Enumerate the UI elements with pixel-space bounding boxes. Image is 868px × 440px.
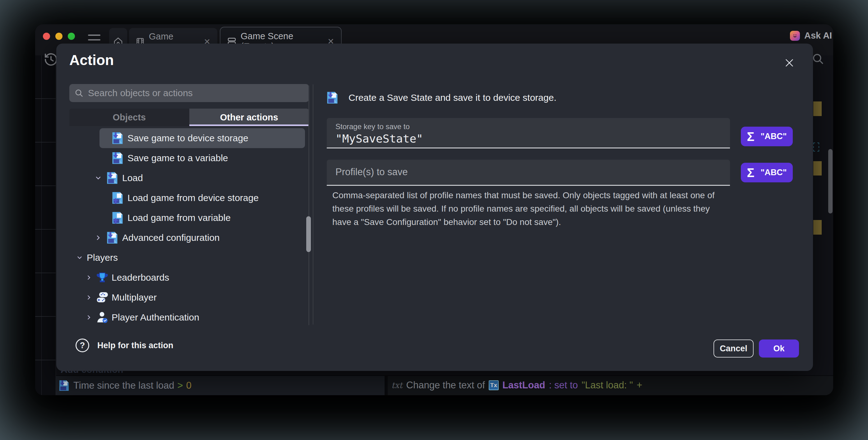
events-sheet-margin-line — [41, 55, 42, 395]
action-description-text: Create a Save State and save it to devic… — [348, 92, 557, 103]
save-icon — [111, 151, 124, 165]
dialog-title: Action — [69, 52, 114, 68]
actions-tree-list: Save game to device storage Save game to… — [56, 128, 311, 333]
expression-editor-button-storage-key[interactable]: Σ "ABC" — [741, 127, 793, 146]
condition-text: Time since the last load — [73, 380, 175, 391]
list-item-leaderboards[interactable]: Leaderboards — [82, 268, 305, 288]
abc-label: "ABC" — [761, 131, 786, 141]
list-item-label: Player Authentication — [112, 312, 199, 323]
person-icon — [96, 311, 108, 324]
load-icon — [111, 211, 124, 225]
action-prefix: Change the text of — [406, 380, 485, 391]
action-description-header: Create a Save State and save it to devic… — [326, 91, 557, 105]
save-icon — [58, 379, 70, 392]
action-search-input[interactable] — [88, 88, 304, 98]
load-icon — [111, 191, 124, 205]
search-icon — [74, 88, 84, 98]
ask-ai-label: Ask AI — [804, 30, 832, 41]
action-set-to: : set to — [549, 380, 578, 391]
help-label: Help for this action — [97, 341, 174, 350]
trophy-icon — [96, 271, 108, 284]
chevron-down-icon — [94, 174, 102, 182]
expression-editor-button-profiles[interactable]: Σ "ABC" — [741, 163, 793, 182]
profiles-field[interactable] — [327, 159, 730, 186]
condition-operator: > — [178, 380, 183, 391]
zoom-window-button[interactable] — [68, 33, 75, 40]
event-cell-divider — [384, 375, 388, 395]
action-line-1: txt Change the text of Tx LastLoad: set … — [392, 380, 642, 391]
list-item-label: Load game from variable — [127, 212, 231, 223]
action-string-value: "Last load: " — [582, 380, 633, 391]
event-action-row[interactable]: txt Change the text of Tx LastLoad: set … — [388, 375, 833, 395]
list-item-label: Multiplayer — [112, 292, 157, 303]
dialog-close-button[interactable] — [782, 56, 796, 70]
cancel-button[interactable]: Cancel — [713, 340, 753, 357]
list-item-label: Players — [87, 252, 118, 263]
condition-value: 0 — [186, 380, 191, 391]
event-drop-indicator — [813, 143, 819, 151]
storage-key-field[interactable]: Storage key to save to — [327, 118, 730, 148]
chevron-right-icon — [94, 234, 102, 242]
storage-key-input[interactable] — [336, 132, 709, 145]
action-line-2: ToString(SaveState.TimeSinceLastLoad()) … — [392, 394, 594, 395]
save-icon — [111, 131, 124, 145]
gamepad-icon — [96, 291, 108, 304]
event-value-bar — [813, 220, 822, 235]
tab-objects[interactable]: Objects — [69, 109, 189, 126]
ask-ai-robot-icon — [790, 31, 800, 41]
list-item-label: Load — [122, 173, 143, 183]
list-item-load-group[interactable]: Load — [91, 168, 305, 188]
action-object: LastLoad — [502, 380, 545, 391]
events-scrollbar-thumb[interactable] — [828, 149, 833, 213]
help-for-action-link[interactable]: ? Help for this action — [75, 339, 174, 352]
events-sheet-left-margin — [35, 55, 56, 395]
list-item-players[interactable]: Players — [72, 248, 305, 268]
action-plus: + — [637, 380, 642, 391]
save-icon — [105, 231, 119, 244]
list-scrollbar-track[interactable] — [308, 86, 309, 325]
list-item-player-authentication[interactable]: Player Authentication — [82, 307, 305, 327]
help-icon: ? — [75, 339, 89, 352]
text-action-type-icon: txt — [392, 381, 403, 390]
list-item-label: Load game from device storage — [127, 193, 259, 203]
traffic-lights — [43, 33, 75, 40]
profiles-helper-text: Comma-separated list of profile names th… — [332, 188, 719, 229]
chevron-right-icon — [85, 273, 93, 282]
abc-label: "ABC" — [761, 168, 786, 177]
events-search-icon[interactable] — [811, 52, 825, 67]
panel-divider — [313, 84, 313, 325]
storage-key-label: Storage key to save to — [336, 122, 410, 131]
list-item-load-game-device[interactable]: Load game from device storage — [99, 188, 305, 208]
event-value-bar — [813, 161, 822, 176]
tab-other-actions[interactable]: Other actions — [189, 109, 309, 126]
action-search-field[interactable] — [69, 84, 309, 102]
minimize-window-button[interactable] — [55, 33, 62, 40]
list-item-label: Save game to device storage — [127, 133, 248, 143]
event-value-bar — [813, 101, 822, 116]
ok-button[interactable]: Ok — [759, 340, 799, 357]
list-item-save-game-variable[interactable]: Save game to a variable — [99, 148, 305, 168]
event-condition-row[interactable]: Time since the last load > 0 — [56, 375, 384, 395]
close-icon — [784, 57, 795, 68]
list-scrollbar-thumb[interactable] — [306, 216, 311, 252]
ask-ai-button[interactable]: Ask AI — [790, 30, 832, 41]
save-icon — [105, 171, 119, 185]
chevron-right-icon — [85, 313, 93, 321]
list-item-multiplayer[interactable]: Multiplayer — [82, 288, 305, 307]
sigma-icon: Σ — [747, 167, 754, 179]
close-window-button[interactable] — [43, 33, 50, 40]
list-item-advanced-configuration[interactable]: Advanced configuration — [91, 228, 305, 248]
save-icon — [326, 91, 339, 105]
action-dialog-tabs: Objects Other actions — [69, 109, 309, 126]
list-item-label: Leaderboards — [112, 272, 169, 283]
profiles-input[interactable] — [336, 167, 709, 178]
list-item-load-game-variable[interactable]: Load game from variable — [99, 208, 305, 228]
chevron-down-icon — [75, 254, 84, 262]
screenshot-stage: Game Scene ✕ Game Scene (Events) ✕ Ask A… — [0, 0, 868, 440]
list-item-label: Advanced configuration — [122, 232, 220, 243]
list-item-save-game-device[interactable]: Save game to device storage — [99, 128, 305, 148]
sigma-icon: Σ — [747, 130, 754, 143]
text-object-icon: Tx — [489, 380, 499, 390]
action-dialog: Action Objects Other actions Save game t… — [56, 43, 813, 371]
chevron-right-icon — [85, 293, 93, 301]
